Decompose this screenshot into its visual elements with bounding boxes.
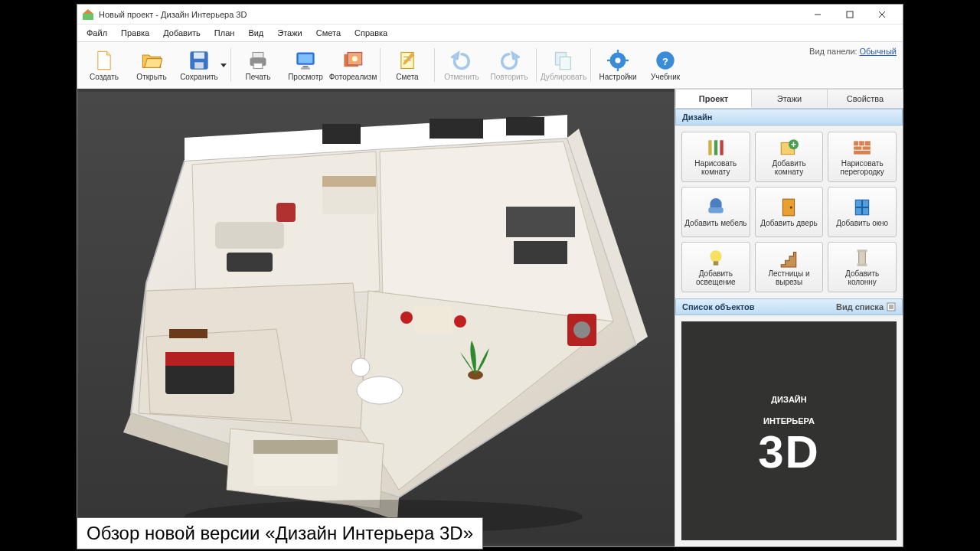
add-furniture-button[interactable]: Добавить мебель xyxy=(681,187,750,237)
undo-icon xyxy=(451,50,472,71)
toolbar-sep xyxy=(380,48,381,82)
close-button[interactable] xyxy=(866,5,898,24)
objects-label: Список объектов xyxy=(682,302,754,311)
photorealism-button[interactable]: Фотореализм xyxy=(329,44,377,86)
save-label: Сохранить xyxy=(180,73,218,81)
tutorial-button[interactable]: ? Учебник xyxy=(642,44,689,86)
draw-room-button[interactable]: Нарисовать комнату xyxy=(681,132,750,182)
stairs-button[interactable]: Лестницы и вырезы xyxy=(755,242,824,292)
tutorial-label: Учебник xyxy=(651,73,680,81)
print-button[interactable]: Печать xyxy=(234,44,282,86)
svg-rect-70 xyxy=(720,140,723,155)
toolbar-sep xyxy=(434,48,435,82)
svg-rect-8 xyxy=(194,62,204,68)
stairs-icon xyxy=(779,248,799,268)
door-icon xyxy=(779,197,799,217)
add-window-button[interactable]: Добавить окно xyxy=(828,187,897,237)
save-button[interactable]: Сохранить xyxy=(175,44,223,86)
menu-edit[interactable]: Правка xyxy=(115,26,155,40)
add-column-label: Добавить колонну xyxy=(830,269,894,286)
settings-label: Настройки xyxy=(599,73,636,81)
svg-rect-68 xyxy=(708,140,711,155)
svg-rect-46 xyxy=(227,253,273,272)
estimate-button[interactable]: Смета xyxy=(384,44,431,86)
draw-room-label: Нарисовать комнату xyxy=(684,159,748,176)
menu-view[interactable]: Вид xyxy=(242,26,270,40)
promo-logo: ДИЗАЙН ИНТЕРЬЕРА 3D xyxy=(681,321,897,540)
save-dropdown[interactable] xyxy=(220,44,227,86)
svg-marker-1 xyxy=(83,9,93,14)
svg-point-53 xyxy=(573,321,590,338)
svg-rect-28 xyxy=(617,67,619,71)
app-window: Новый проект - Дизайн Интерьера 3D Файл … xyxy=(77,4,903,547)
viewport-3d[interactable] xyxy=(77,89,675,546)
sidebar-tabs: Проект Этажи Свойства xyxy=(675,89,903,109)
menu-file[interactable]: Файл xyxy=(80,26,113,40)
toolbar-sep xyxy=(536,48,537,82)
svg-rect-88 xyxy=(859,251,866,264)
notepad-icon xyxy=(397,50,418,71)
svg-rect-7 xyxy=(194,52,204,58)
svg-rect-24 xyxy=(560,57,570,69)
menu-estimate[interactable]: Смета xyxy=(310,26,347,40)
svg-text:+: + xyxy=(792,139,797,150)
menu-help[interactable]: Справка xyxy=(348,26,394,40)
add-door-button[interactable]: Добавить дверь xyxy=(755,187,824,237)
duplicate-button[interactable]: Дублировать xyxy=(540,44,587,86)
help-icon: ? xyxy=(655,50,676,71)
view-list-control[interactable]: Вид списка xyxy=(836,302,896,311)
monitor-icon xyxy=(295,50,316,71)
printer-icon xyxy=(247,50,269,71)
svg-rect-3 xyxy=(847,11,853,18)
svg-rect-62 xyxy=(165,352,234,366)
redo-label: Повторить xyxy=(491,73,528,81)
svg-rect-49 xyxy=(322,176,376,187)
settings-button[interactable]: Настройки xyxy=(594,44,642,86)
tab-properties[interactable]: Свойства xyxy=(827,89,903,108)
open-button[interactable]: Открыть xyxy=(128,44,175,86)
list-view-icon xyxy=(887,302,896,311)
create-button[interactable]: Создать xyxy=(80,44,128,86)
letterbox-left xyxy=(0,0,77,551)
add-window-label: Добавить окно xyxy=(836,219,888,227)
toolbar-sep xyxy=(230,48,231,82)
draw-partition-button[interactable]: Нарисовать перегородку xyxy=(828,132,897,182)
add-door-label: Добавить дверь xyxy=(760,219,817,227)
minimize-button[interactable] xyxy=(802,5,834,24)
add-lighting-label: Добавить освещение xyxy=(684,269,748,286)
brick-wall-icon xyxy=(852,138,872,158)
preview-button[interactable]: Просмотр xyxy=(282,44,329,86)
menu-add[interactable]: Добавить xyxy=(157,26,207,40)
photorealism-label: Фотореализм xyxy=(329,73,377,81)
redo-button[interactable]: Повторить xyxy=(485,44,533,86)
maximize-button[interactable] xyxy=(834,5,866,24)
menu-plan[interactable]: План xyxy=(208,26,241,40)
add-column-button[interactable]: Добавить колонну xyxy=(828,242,897,292)
add-lighting-button[interactable]: Добавить освещение xyxy=(681,242,750,292)
svg-rect-50 xyxy=(506,207,575,237)
svg-marker-9 xyxy=(220,64,227,67)
svg-rect-47 xyxy=(276,203,296,222)
svg-rect-87 xyxy=(714,261,719,265)
print-label: Печать xyxy=(246,73,271,81)
add-room-button[interactable]: + Добавить комнату xyxy=(755,132,824,182)
menubar: Файл Правка Добавить План Вид Этажи Смет… xyxy=(77,24,903,41)
gear-icon xyxy=(607,50,629,71)
undo-button[interactable]: Отменить xyxy=(438,44,485,86)
promo-line1: ДИЗАЙН xyxy=(771,395,806,404)
menu-floors[interactable]: Этажи xyxy=(271,26,308,40)
video-caption: Обзор новой версии «Дизайн Интерьера 3D» xyxy=(77,517,483,549)
add-furniture-label: Добавить мебель xyxy=(684,219,746,227)
svg-rect-42 xyxy=(322,124,361,144)
svg-rect-16 xyxy=(301,67,310,69)
tab-project[interactable]: Проект xyxy=(675,89,752,108)
svg-rect-63 xyxy=(169,329,207,338)
create-label: Создать xyxy=(90,73,119,81)
tab-floors[interactable]: Этажи xyxy=(751,89,828,108)
panel-mode-link[interactable]: Обычный xyxy=(859,47,897,56)
add-room-icon: + xyxy=(779,138,799,158)
titlebar[interactable]: Новый проект - Дизайн Интерьера 3D xyxy=(77,5,903,24)
section-objects-header: Список объектов Вид списка xyxy=(675,298,903,315)
svg-rect-69 xyxy=(714,140,717,155)
svg-point-26 xyxy=(616,57,621,63)
